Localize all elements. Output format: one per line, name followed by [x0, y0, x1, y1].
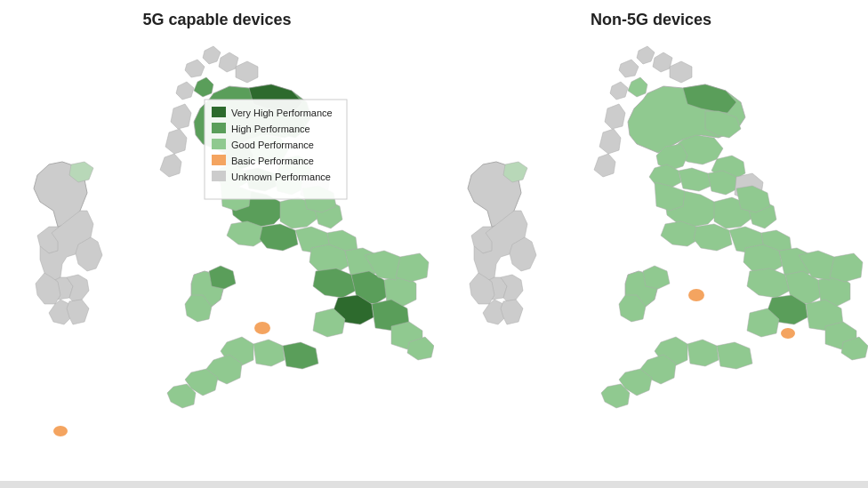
- maps-row: Very High Performance High Performance G…: [0, 33, 868, 488]
- svg-text:Very High Performance: Very High Performance: [231, 108, 333, 118]
- scotland-non5g: [594, 46, 763, 200]
- right-map-section: [434, 33, 868, 477]
- england-wales-non5g: [601, 182, 868, 408]
- orange-spot-england-non5g: [688, 289, 704, 301]
- right-map-title: Non-5G devices: [591, 11, 711, 28]
- svg-rect-3: [212, 123, 226, 133]
- england-wales-5g: [167, 182, 434, 408]
- left-map-svg: Very High Performance High Performance G…: [0, 33, 434, 477]
- ireland-non5g: [468, 162, 536, 324]
- svg-text:Unknown Performance: Unknown Performance: [231, 172, 331, 182]
- ireland-5g: [34, 162, 102, 436]
- orange-spot-ireland-5g: [53, 426, 68, 436]
- orange-spot-england-5g: [254, 322, 270, 334]
- svg-rect-7: [212, 155, 226, 165]
- left-map-title: 5G capable devices: [142, 11, 291, 28]
- main-container: 5G capable devices Non-5G devices: [0, 0, 868, 488]
- left-map-section: Very High Performance High Performance G…: [0, 33, 434, 477]
- svg-rect-1: [212, 107, 226, 117]
- svg-rect-5: [212, 139, 226, 149]
- svg-text:Good Performance: Good Performance: [231, 140, 314, 150]
- right-map-svg: [434, 33, 868, 477]
- titles-row: 5G capable devices Non-5G devices: [0, 0, 868, 33]
- svg-text:Basic Performance: Basic Performance: [231, 156, 314, 166]
- svg-text:High Performance: High Performance: [231, 124, 310, 134]
- orange-spot-se-non5g: [781, 328, 795, 339]
- svg-rect-9: [212, 171, 226, 181]
- legend-5g: Very High Performance High Performance G…: [205, 100, 347, 199]
- scrollbar[interactable]: [0, 481, 868, 488]
